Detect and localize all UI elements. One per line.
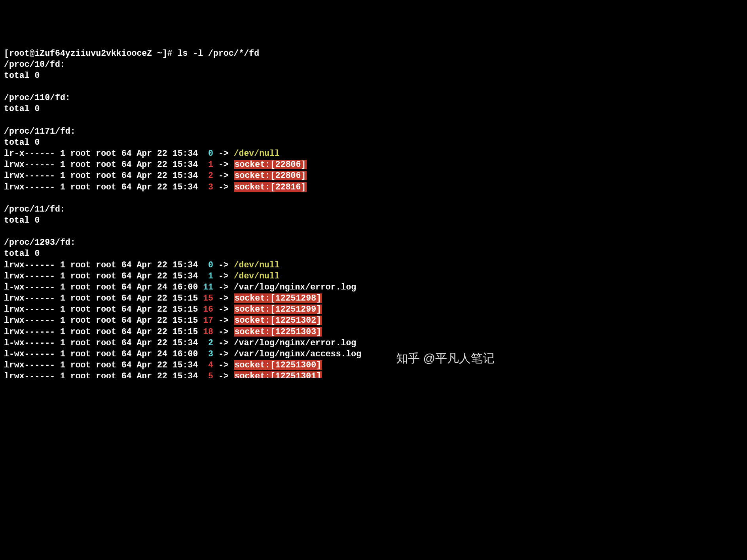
terminal-line: /proc/1171/fd: <box>4 126 499 137</box>
arrow-icon: -> <box>218 293 229 303</box>
terminal-line: total 0 <box>4 70 499 81</box>
fd-entry: lrwx------ 1 root root 64 Apr 22 15:15 1… <box>4 315 499 326</box>
fd-number: 5 <box>203 371 213 378</box>
fd-number: 2 <box>203 338 213 348</box>
fd-target: socket:[12251302] <box>234 316 322 325</box>
terminal-line: total 0 <box>4 103 499 114</box>
fd-target: /dev/null <box>234 260 280 270</box>
terminal-line: [root@iZuf64yziiuvu2vkkiooceZ ~]# ls -l … <box>4 48 499 59</box>
fd-number: 15 <box>203 293 213 303</box>
fd-number: 1 <box>203 160 213 169</box>
fd-entry: l-wx------ 1 root root 64 Apr 22 15:34 2… <box>4 337 499 348</box>
terminal-line: /proc/11/fd: <box>4 204 499 215</box>
arrow-icon: -> <box>218 360 229 370</box>
fd-target: socket:[22816] <box>234 182 307 192</box>
terminal-line: total 0 <box>4 215 499 226</box>
fd-target: /dev/null <box>234 149 280 158</box>
arrow-icon: -> <box>218 316 229 325</box>
terminal-line: total 0 <box>4 137 499 148</box>
terminal-line: /proc/110/fd: <box>4 92 499 103</box>
fd-target: socket:[22806] <box>234 171 307 180</box>
fd-target: socket:[22806] <box>234 160 307 169</box>
fd-entry: lrwx------ 1 root root 64 Apr 22 15:34 3… <box>4 182 499 193</box>
terminal-line: total 0 <box>4 248 499 259</box>
total-line: total 0 <box>4 71 40 80</box>
fd-entry: l-wx------ 1 root root 64 Apr 24 16:00 1… <box>4 282 499 293</box>
watermark-label: 知乎 @平凡人笔记 <box>396 350 495 366</box>
fd-number: 3 <box>203 182 213 192</box>
fd-entry: lrwx------ 1 root root 64 Apr 22 15:34 5… <box>4 371 499 378</box>
fd-number: 2 <box>203 171 213 180</box>
arrow-icon: -> <box>218 327 229 337</box>
blank-line <box>4 226 499 237</box>
fd-target: /var/log/nginx/error.log <box>234 282 356 292</box>
fd-entry: lrwx------ 1 root root 64 Apr 22 15:34 1… <box>4 271 499 282</box>
proc-header: /proc/10/fd: <box>4 60 65 69</box>
fd-number: 11 <box>203 282 213 292</box>
terminal-line: /proc/1293/fd: <box>4 237 499 248</box>
fd-target: /var/log/nginx/access.log <box>234 349 362 359</box>
fd-target: socket:[12251303] <box>234 327 322 337</box>
fd-number: 18 <box>203 327 213 337</box>
arrow-icon: -> <box>218 149 229 158</box>
proc-header: /proc/1171/fd: <box>4 127 76 136</box>
blank-line <box>4 81 499 92</box>
fd-target: /dev/null <box>234 271 280 281</box>
arrow-icon: -> <box>218 160 229 169</box>
blank-line <box>4 193 499 204</box>
fd-number: 3 <box>203 349 213 359</box>
fd-target: socket:[12251299] <box>234 305 322 314</box>
fd-target: /var/log/nginx/error.log <box>234 338 356 348</box>
arrow-icon: -> <box>218 338 229 348</box>
fd-target: socket:[12251301] <box>234 371 322 378</box>
arrow-icon: -> <box>218 171 229 180</box>
arrow-icon: -> <box>218 260 229 270</box>
shell-prompt: [root@iZuf64yziiuvu2vkkiooceZ ~]# ls -l … <box>4 49 259 58</box>
total-line: total 0 <box>4 216 40 225</box>
fd-entry: lrwx------ 1 root root 64 Apr 22 15:34 2… <box>4 170 499 181</box>
total-line: total 0 <box>4 249 40 258</box>
arrow-icon: -> <box>218 182 229 192</box>
proc-header: /proc/11/fd: <box>4 204 65 214</box>
fd-entry: lr-x------ 1 root root 64 Apr 22 15:34 0… <box>4 148 499 159</box>
fd-entry: lrwx------ 1 root root 64 Apr 22 15:15 1… <box>4 304 499 315</box>
terminal-output[interactable]: [root@iZuf64yziiuvu2vkkiooceZ ~]# ls -l … <box>4 48 499 378</box>
arrow-icon: -> <box>218 282 229 292</box>
arrow-icon: -> <box>218 305 229 314</box>
arrow-icon: -> <box>218 349 229 359</box>
fd-entry: lrwx------ 1 root root 64 Apr 22 15:34 1… <box>4 159 499 170</box>
fd-entry: lrwx------ 1 root root 64 Apr 22 15:34 0… <box>4 259 499 271</box>
fd-number: 16 <box>203 305 213 314</box>
arrow-icon: -> <box>218 271 229 281</box>
fd-number: 1 <box>203 271 213 281</box>
fd-number: 17 <box>203 316 213 325</box>
fd-number: 0 <box>203 149 213 158</box>
fd-entry: lrwx------ 1 root root 64 Apr 22 15:15 1… <box>4 293 499 304</box>
fd-number: 4 <box>203 360 213 370</box>
total-line: total 0 <box>4 104 40 114</box>
arrow-icon: -> <box>218 371 229 378</box>
blank-line <box>4 115 499 126</box>
terminal-line: /proc/10/fd: <box>4 59 499 70</box>
proc-header: /proc/110/fd: <box>4 93 70 102</box>
fd-target: socket:[12251298] <box>234 293 322 303</box>
fd-target: socket:[12251300] <box>234 360 322 370</box>
fd-entry: lrwx------ 1 root root 64 Apr 22 15:15 1… <box>4 326 499 337</box>
total-line: total 0 <box>4 138 40 147</box>
proc-header: /proc/1293/fd: <box>4 238 76 247</box>
fd-number: 0 <box>203 260 213 270</box>
